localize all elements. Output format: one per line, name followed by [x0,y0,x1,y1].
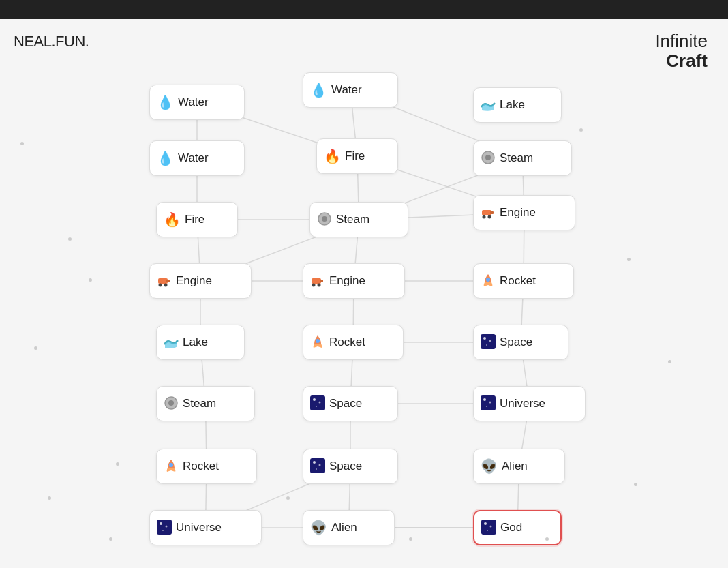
node-fire2[interactable]: 🔥Fire [156,202,238,237]
node-emoji: 👽 [481,460,498,473]
node-space1[interactable]: Space [473,325,568,360]
node-emoji [157,520,172,537]
node-fire1[interactable]: 🔥Fire [316,138,398,174]
node-space3[interactable]: Space [303,449,398,484]
svg-point-73 [162,530,164,531]
svg-point-60 [316,406,317,407]
svg-point-47 [312,283,316,286]
svg-point-72 [166,525,168,527]
node-rocket3[interactable]: Rocket [156,449,257,484]
logo: NEAL.FUN. [14,33,89,50]
node-label: Rocket [500,274,536,288]
node-steam2[interactable]: Steam [309,202,408,237]
svg-rect-51 [481,334,496,349]
node-label: Water [178,95,209,109]
decorative-dot [668,360,671,363]
svg-point-44 [164,283,168,286]
svg-point-39 [483,215,486,218]
node-emoji [481,334,496,351]
node-emoji [164,395,179,413]
node-god[interactable]: God [473,510,562,545]
node-space2[interactable]: Space [303,386,398,421]
node-rocket2[interactable]: Rocket [303,325,404,360]
svg-point-58 [313,398,316,401]
node-steam1[interactable]: Steam [473,140,572,176]
decorative-dot [48,496,51,500]
node-label: Fire [345,149,365,163]
svg-point-67 [313,461,316,464]
svg-point-77 [487,530,488,531]
svg-point-48 [318,283,321,286]
node-label: God [500,521,522,535]
svg-point-52 [483,337,486,340]
svg-point-63 [489,401,491,403]
node-emoji: 💧 [157,95,174,109]
node-label: Space [329,460,362,473]
node-water1[interactable]: 💧Water [149,85,245,120]
svg-point-49 [486,278,490,282]
decorative-dot [116,462,119,466]
svg-point-40 [488,215,491,218]
node-label: Engine [500,206,536,220]
node-water3[interactable]: 💧Water [149,140,245,176]
node-emoji [481,273,496,290]
node-emoji [481,97,496,114]
node-emoji: 💧 [157,151,174,165]
node-lake2[interactable]: Lake [156,325,245,360]
svg-point-62 [483,398,486,401]
node-engine1[interactable]: Engine [473,195,575,230]
svg-point-71 [160,522,162,525]
node-alien2[interactable]: 👽Alien [303,510,395,545]
svg-point-65 [169,463,173,467]
node-engine3[interactable]: Engine [303,263,405,299]
node-label: Lake [183,335,208,349]
svg-point-69 [316,468,317,470]
node-water2[interactable]: 💧Water [303,72,398,108]
svg-point-43 [159,283,162,286]
svg-point-59 [319,401,321,403]
node-emoji [317,211,332,228]
svg-rect-37 [482,210,491,215]
node-label: Alien [502,460,528,473]
node-rocket1[interactable]: Rocket [473,263,574,299]
svg-point-64 [486,406,487,407]
svg-point-56 [168,400,174,406]
node-emoji [310,458,325,475]
node-label: Fire [185,213,204,226]
node-emoji [481,150,496,167]
decorative-dot [579,128,583,132]
svg-point-50 [316,339,320,343]
node-label: Water [178,151,209,165]
node-steam3[interactable]: Steam [156,386,255,421]
decorative-dot [286,496,290,500]
node-lake1[interactable]: Lake [473,87,562,123]
node-universe2[interactable]: Universe [149,510,262,545]
decorative-dot [634,483,637,486]
svg-rect-41 [158,278,168,284]
node-engine2[interactable]: Engine [149,263,252,299]
node-emoji: 🔥 [324,149,341,163]
svg-rect-66 [310,458,325,473]
node-emoji [164,458,179,475]
svg-rect-70 [157,520,172,535]
infinite-craft-title: Infinite Craft [655,31,708,70]
node-universe1[interactable]: Universe [473,386,586,421]
node-emoji [481,395,496,413]
svg-point-54 [486,344,487,346]
node-label: Universe [176,521,222,535]
node-label: Water [331,83,362,97]
node-label: Universe [500,397,545,410]
svg-rect-74 [481,520,496,535]
node-emoji [481,520,496,537]
node-label: Space [329,397,362,410]
node-label: Engine [176,274,212,288]
node-alien1[interactable]: 👽Alien [473,449,565,484]
node-emoji [481,205,496,222]
node-label: Rocket [183,460,219,473]
svg-rect-61 [481,395,496,410]
svg-point-68 [319,464,321,466]
node-label: Steam [500,151,533,165]
decorative-dot [89,278,92,282]
node-label: Steam [336,213,369,226]
svg-rect-45 [312,278,321,284]
